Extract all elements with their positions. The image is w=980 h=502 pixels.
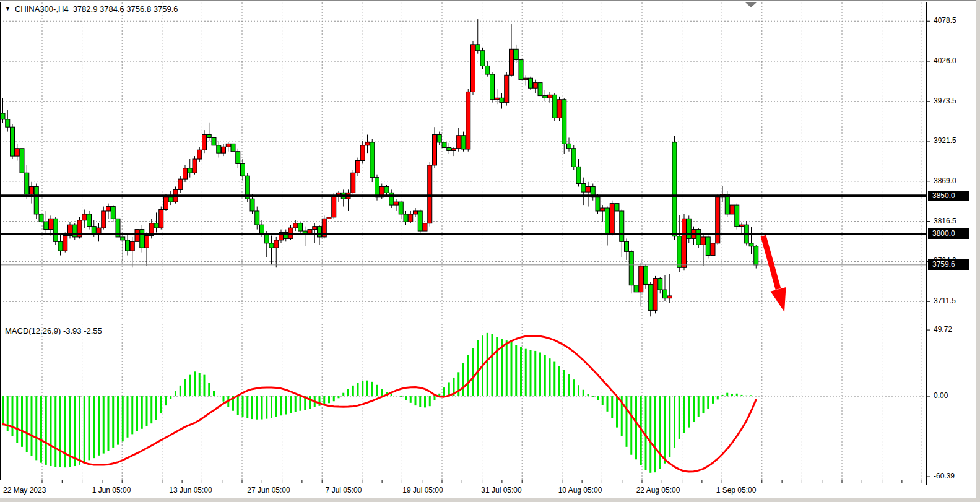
candle-body <box>365 142 370 145</box>
candle-body <box>648 284 653 310</box>
macd-signal-line <box>3 336 757 472</box>
date-tick-label: 1 Jun 05:00 <box>92 486 131 495</box>
support-price-badge: 3800.0 <box>928 228 969 239</box>
candle-body <box>543 96 547 98</box>
candle-body <box>260 225 264 234</box>
candle-body <box>495 98 499 99</box>
candle-body <box>370 142 375 178</box>
candle-body <box>548 95 552 98</box>
window-bottom-edge <box>0 498 980 502</box>
candle-body <box>423 223 427 231</box>
candle-body <box>505 75 509 102</box>
ohlc-values: 3782.9 3784.6 3756.8 3759.6 <box>73 4 178 14</box>
window-top-edge <box>0 0 980 1</box>
candle-body <box>735 205 739 227</box>
macd-tick-label: 49.72 <box>934 325 952 334</box>
candle-body <box>629 251 633 285</box>
candle-body <box>442 142 446 148</box>
candle-body <box>49 219 53 229</box>
candle-body <box>399 202 403 214</box>
candle-body <box>126 240 130 251</box>
candle-body <box>409 214 413 222</box>
current-price-badge: 3759.6 <box>928 259 969 270</box>
candle-body <box>644 266 648 285</box>
down-trend-arrow-head[interactable] <box>771 287 786 312</box>
chart-window: ▼ CHINA300-,H4 3782.9 3784.6 3756.8 3759… <box>0 0 980 502</box>
candle-body <box>461 136 466 149</box>
candle-body <box>601 208 605 211</box>
candle-body <box>20 149 24 173</box>
price-tick-label: 3816.5 <box>934 217 956 225</box>
candle-body <box>222 147 226 153</box>
candle-body <box>11 127 15 156</box>
symbol-dropdown-triangle-icon[interactable]: ▼ <box>5 5 11 13</box>
candle-body <box>567 144 571 148</box>
candle-body <box>384 186 389 193</box>
candle-body <box>188 168 192 173</box>
candle-body <box>667 296 672 298</box>
candle-body <box>318 227 322 237</box>
candle-body <box>34 186 38 214</box>
candle-body <box>360 145 365 161</box>
candle-body <box>111 207 115 219</box>
candle-body <box>639 266 643 292</box>
candle-body <box>63 235 67 251</box>
price-tick-label: 3973.5 <box>934 97 956 105</box>
date-tick-label: 7 Jul 05:00 <box>326 486 362 495</box>
chart-canvas[interactable] <box>0 0 980 502</box>
candle-body <box>658 279 662 290</box>
date-tick-label: 19 Jul 05:00 <box>402 486 443 495</box>
candle-body <box>519 60 523 80</box>
candle-body <box>480 51 485 66</box>
candle-body <box>15 149 19 156</box>
date-tick-label: 22 Aug 05:00 <box>636 486 680 495</box>
candle-body <box>298 223 303 231</box>
candle-body <box>514 49 518 59</box>
candle-body <box>571 149 576 167</box>
candle-body <box>264 234 269 243</box>
candle-body <box>615 204 619 211</box>
candle-body <box>605 208 610 234</box>
macd-tick-label: -60.39 <box>934 472 955 480</box>
candle-body <box>634 285 638 292</box>
candle-body <box>687 219 691 238</box>
candle-body <box>87 214 92 227</box>
date-tick-label: 13 Jun 05:00 <box>169 486 212 495</box>
candle-body <box>217 145 221 153</box>
window-right-edge <box>976 0 980 502</box>
candle-body <box>581 184 586 193</box>
candle-body <box>164 197 168 210</box>
candle-body <box>168 197 173 202</box>
resistance-price-badge: 3850.0 <box>928 191 969 201</box>
candle-body <box>394 202 399 205</box>
candle-body <box>471 45 475 92</box>
candle-body <box>207 135 211 138</box>
candle-body <box>653 279 657 311</box>
candle-body <box>716 197 720 243</box>
price-tick-label: 4026.0 <box>934 56 956 65</box>
candle-body <box>356 161 360 173</box>
candle-body <box>226 144 230 147</box>
candle-body <box>231 144 235 151</box>
candle-body <box>437 135 441 142</box>
symbol-period-label: CHINA300-,H4 <box>15 4 69 14</box>
candle-body <box>711 243 715 256</box>
candle-body <box>725 194 729 214</box>
candle-body <box>682 219 687 267</box>
candle-body <box>293 223 298 228</box>
candle-body <box>500 98 504 102</box>
down-trend-arrow[interactable] <box>763 236 778 289</box>
candle-body <box>183 168 188 179</box>
candle-body <box>730 205 734 214</box>
candle-body <box>313 227 317 230</box>
candle-body <box>557 100 562 118</box>
candle-body <box>106 207 111 211</box>
candle-body <box>466 92 470 149</box>
candle-body <box>749 243 753 246</box>
candle-body <box>6 119 10 127</box>
candle-body <box>39 214 43 222</box>
candle-body <box>677 236 682 268</box>
object-anchor-triangle-icon[interactable] <box>745 2 757 7</box>
candle-body <box>30 186 34 194</box>
candle-body <box>212 137 216 145</box>
